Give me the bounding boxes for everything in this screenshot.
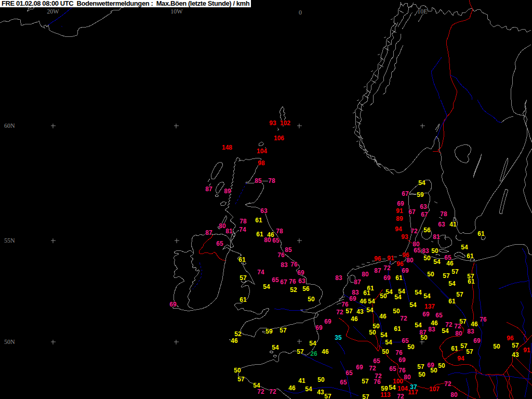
svg-text:63: 63	[420, 203, 427, 210]
svg-text:87: 87	[354, 278, 361, 286]
svg-text:65: 65	[272, 276, 279, 284]
svg-text:104: 104	[257, 148, 267, 155]
svg-text:72: 72	[410, 228, 418, 235]
svg-text:57: 57	[466, 348, 473, 355]
svg-text:94: 94	[395, 225, 402, 233]
svg-text:81: 81	[433, 233, 440, 241]
svg-text:81: 81	[225, 228, 233, 235]
svg-text:50: 50	[420, 334, 428, 341]
svg-text:69: 69	[169, 301, 177, 308]
svg-text:50: 50	[393, 308, 400, 315]
svg-text:72: 72	[454, 323, 461, 330]
svg-text:148: 148	[222, 144, 232, 151]
svg-text:43: 43	[356, 308, 364, 315]
svg-text:83: 83	[428, 326, 435, 333]
svg-text:83: 83	[281, 261, 288, 269]
svg-text:83: 83	[422, 247, 429, 255]
svg-text:46: 46	[379, 313, 387, 320]
svg-text:50: 50	[418, 371, 425, 378]
svg-text:54: 54	[380, 331, 388, 339]
svg-text:65: 65	[373, 357, 380, 365]
svg-text:56: 56	[423, 227, 431, 234]
svg-text:65: 65	[216, 240, 223, 247]
svg-text:80: 80	[404, 374, 411, 381]
svg-text:78: 78	[240, 218, 247, 225]
svg-text:57: 57	[362, 393, 369, 399]
svg-text:117: 117	[408, 389, 418, 396]
svg-text:76: 76	[289, 278, 296, 285]
svg-text:54: 54	[461, 244, 468, 251]
svg-text:67: 67	[421, 211, 428, 218]
svg-text:89: 89	[224, 188, 231, 195]
svg-text:63: 63	[298, 277, 305, 285]
svg-text:63: 63	[260, 207, 268, 215]
svg-text:43: 43	[512, 351, 519, 358]
svg-text:46: 46	[446, 260, 454, 267]
svg-text:80: 80	[219, 222, 226, 230]
svg-text:57: 57	[417, 363, 424, 370]
svg-text:50: 50	[369, 329, 376, 336]
svg-text:80: 80	[264, 236, 271, 244]
svg-text:61: 61	[238, 256, 246, 263]
svg-text:69: 69	[349, 295, 356, 302]
svg-text:72: 72	[336, 309, 343, 316]
svg-text:57: 57	[456, 291, 463, 298]
svg-text:41: 41	[449, 221, 457, 228]
svg-text:57: 57	[345, 308, 353, 315]
svg-text:50: 50	[438, 362, 445, 369]
svg-text:26: 26	[310, 350, 317, 357]
svg-text:50: 50	[431, 247, 438, 255]
svg-text:83: 83	[467, 328, 474, 335]
svg-text:65: 65	[414, 247, 421, 254]
svg-text:94: 94	[457, 355, 464, 362]
svg-text:46: 46	[322, 348, 329, 355]
svg-text:113: 113	[380, 391, 391, 398]
svg-text:65: 65	[340, 379, 347, 386]
svg-text:54: 54	[305, 385, 312, 393]
svg-text:54: 54	[448, 280, 456, 287]
svg-text:87: 87	[374, 267, 381, 274]
svg-text:69: 69	[422, 311, 430, 318]
svg-text:59: 59	[265, 328, 273, 335]
svg-text:55N: 55N	[4, 237, 15, 244]
svg-text:137: 137	[424, 303, 435, 310]
svg-text:91: 91	[387, 255, 394, 262]
svg-text:46: 46	[471, 321, 478, 328]
svg-text:78: 78	[268, 177, 275, 184]
svg-text:69: 69	[397, 200, 404, 207]
svg-text:56: 56	[302, 285, 310, 292]
svg-text:80: 80	[362, 271, 369, 278]
svg-text:57: 57	[297, 348, 304, 355]
svg-text:102: 102	[280, 119, 290, 127]
svg-text:61: 61	[451, 345, 458, 352]
svg-text:54: 54	[409, 301, 417, 309]
svg-text:96: 96	[507, 335, 514, 342]
svg-text:57: 57	[451, 268, 459, 275]
svg-text:54: 54	[309, 340, 316, 347]
svg-text:74: 74	[239, 226, 246, 233]
svg-text:72: 72	[444, 380, 451, 388]
svg-text:43: 43	[317, 389, 324, 396]
svg-text:69: 69	[402, 267, 409, 274]
svg-text:72: 72	[397, 393, 404, 399]
svg-text:98: 98	[258, 159, 265, 167]
svg-text:80: 80	[406, 257, 414, 264]
svg-text:50: 50	[382, 348, 389, 355]
svg-text:54: 54	[368, 298, 375, 305]
svg-text:60N: 60N	[4, 122, 15, 129]
svg-text:54: 54	[415, 322, 422, 329]
svg-text:54: 54	[433, 258, 441, 265]
svg-text:0: 0	[299, 9, 302, 16]
svg-text:91: 91	[523, 347, 530, 354]
svg-text:46: 46	[351, 315, 358, 323]
svg-text:85: 85	[285, 246, 292, 254]
svg-text:54: 54	[415, 289, 422, 296]
svg-text:67: 67	[280, 278, 287, 286]
svg-text:69: 69	[297, 269, 304, 276]
svg-text:57: 57	[280, 327, 287, 334]
svg-text:67: 67	[402, 190, 409, 197]
svg-text:50: 50	[427, 271, 434, 278]
svg-text:52: 52	[234, 330, 242, 338]
svg-text:69: 69	[356, 364, 363, 371]
svg-text:54: 54	[423, 292, 431, 300]
